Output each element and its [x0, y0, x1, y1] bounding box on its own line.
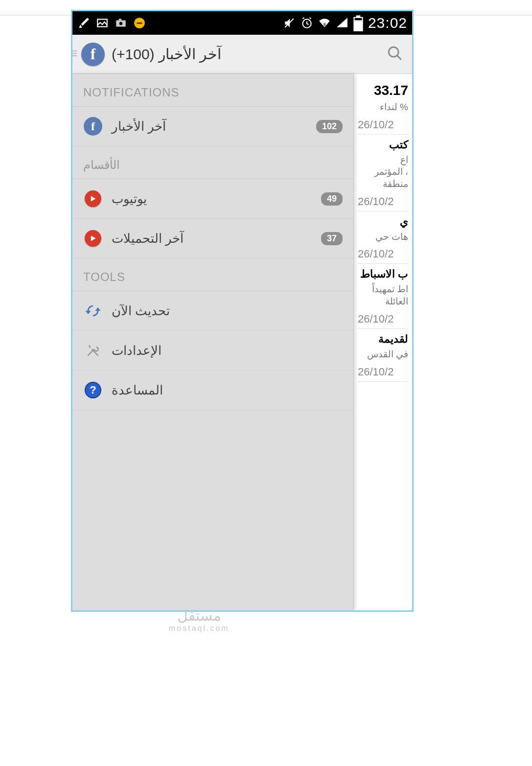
bg-date-2: 26/10/2 [358, 248, 408, 260]
drawer-item-label: آخر التحميلات [112, 231, 184, 246]
minus-circle-icon [133, 17, 146, 29]
section-header-categories: الأقسام [72, 146, 353, 179]
drawer-item-label: الإعدادات [112, 343, 162, 358]
refresh-icon [83, 301, 103, 321]
svg-rect-9 [356, 15, 361, 17]
facebook-icon: f [84, 117, 102, 136]
bg-number: 33.17 [358, 83, 408, 98]
watermark-sub: mostaql.com [169, 624, 230, 633]
mute-icon [283, 17, 296, 29]
bg-title-3: ب الاسباط [358, 268, 408, 280]
drawer-item-downloads[interactable]: آخر التحميلات 37 [72, 219, 353, 258]
drawer-item-help[interactable]: ? المساعدة [72, 371, 353, 410]
drawer-item-label: آخر الأخبار [112, 119, 166, 134]
brush-icon [77, 17, 90, 29]
image-icon [96, 17, 109, 29]
status-left-icons [77, 17, 146, 29]
navigation-drawer: NOTIFICATIONS f آخر الأخبار 102 الأقسام … [72, 74, 353, 610]
drawer-item-news[interactable]: f آخر الأخبار 102 [72, 107, 353, 146]
watermark: مستقل mostaql.com [169, 607, 230, 633]
section-header-tools: TOOLS [72, 258, 353, 291]
play-icon [85, 230, 101, 247]
alarm-icon [301, 17, 313, 29]
bg-sub-2: هات حي [358, 231, 408, 243]
svg-point-2 [119, 22, 123, 25]
page-title: آخر الأخبار (100+) [112, 46, 221, 63]
count-badge: 102 [316, 120, 343, 133]
app-header: ≡ f آخر الأخبار (100+) [72, 35, 412, 74]
bg-title-1: كتب [358, 139, 408, 151]
section-header-notifications: NOTIFICATIONS [72, 74, 353, 107]
bg-title-2: ي [358, 215, 408, 228]
menu-icon[interactable]: ≡ [71, 46, 77, 61]
wifi-icon [318, 17, 331, 29]
tools-icon [83, 341, 103, 360]
search-button[interactable] [387, 45, 403, 64]
battery-icon [353, 17, 363, 29]
drawer-item-label: تحديث الآن [112, 303, 170, 319]
android-status-bar: 23:02 [72, 11, 412, 35]
drawer-item-label: المساعدة [112, 383, 163, 398]
bg-title-4: لقديمة [358, 333, 408, 346]
count-badge: 37 [321, 232, 343, 245]
bg-date-4: 26/10/2 [358, 366, 408, 378]
drawer-item-label: يوتيوب [112, 191, 147, 207]
watermark-main: مستقل [169, 607, 230, 624]
news-list-background: 33.17 % لنداء 26/10/2 كتب اع ، المؤتمر م… [353, 74, 412, 610]
drawer-item-youtube[interactable]: يوتيوب 49 [72, 179, 353, 219]
play-icon [85, 190, 101, 207]
count-badge: 49 [321, 192, 343, 206]
bg-sub-1: اع ، المؤتمر منطقة [358, 154, 408, 190]
svg-rect-10 [354, 20, 362, 30]
status-right-icons: 23:02 [283, 15, 407, 31]
signal-icon [336, 17, 348, 29]
device-frame: 23:02 ≡ f آخر الأخبار (100+) 33.17 % لند… [71, 10, 414, 612]
svg-line-12 [397, 55, 401, 60]
svg-rect-3 [119, 19, 121, 20]
svg-rect-5 [137, 23, 142, 24]
bg-date-1: 26/10/2 [358, 195, 408, 208]
bg-sub-3: اط تمهيداً العائلة [358, 283, 408, 307]
svg-point-11 [389, 47, 398, 57]
facebook-icon: f [81, 43, 105, 66]
status-clock: 23:02 [368, 15, 407, 31]
bg-sub-0: % لنداء [358, 101, 408, 114]
bg-date-3: 26/10/2 [358, 313, 408, 325]
bg-sub-4: في القدس [358, 348, 408, 361]
drawer-item-settings[interactable]: الإعدادات [72, 331, 353, 371]
drawer-item-refresh[interactable]: تحديث الآن [72, 291, 353, 331]
bg-date-0: 26/10/2 [358, 118, 408, 131]
camera-icon [115, 17, 127, 29]
help-icon: ? [85, 382, 101, 398]
